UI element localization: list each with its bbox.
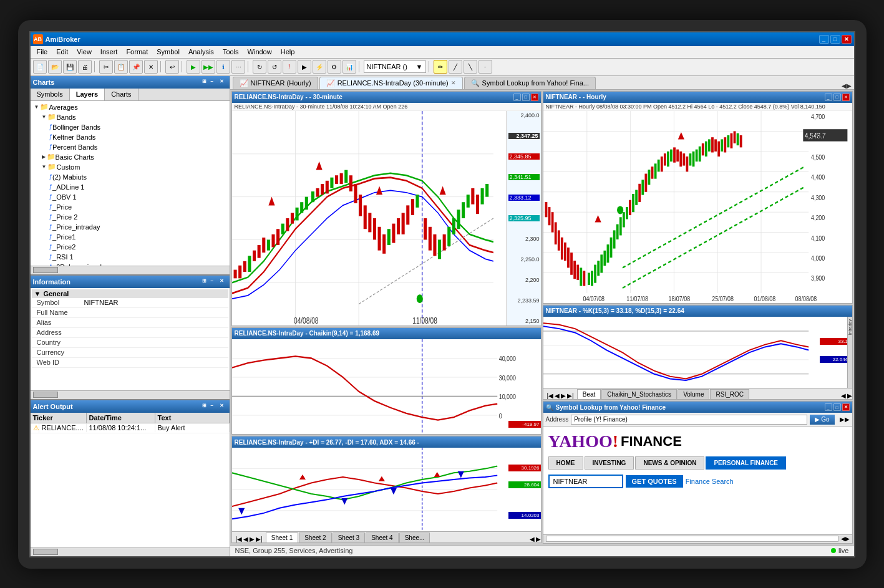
info-scrollbar[interactable] — [31, 390, 230, 399]
tree-bands[interactable]: ▼ 📁 Bands — [32, 112, 228, 122]
maximize-button[interactable]: □ — [830, 35, 840, 44]
tree-price-intraday[interactable]: ƒ _Price_intraday — [32, 222, 228, 232]
tb-save[interactable]: 💾 — [63, 60, 77, 74]
symbol-dropdown[interactable]: NIFTNEAR () ▼ — [364, 60, 426, 73]
tb-alert[interactable]: ! — [283, 60, 296, 74]
yahoo-search-input[interactable] — [548, 475, 623, 488]
reliance-chart-close[interactable]: ✕ — [531, 94, 538, 101]
menu-tools[interactable]: Tools — [219, 47, 243, 57]
tb-draw2[interactable]: ╱ — [449, 60, 462, 74]
menu-help[interactable]: Help — [277, 47, 299, 57]
tree-averages[interactable]: ▼ 📁 Averages — [32, 102, 228, 112]
tree-bollinger-bands[interactable]: ƒ Bollinger Bands — [32, 122, 228, 132]
niftnear-tab-volume[interactable]: Volume — [678, 389, 709, 399]
tab-layers[interactable]: Layers — [70, 89, 105, 100]
yahoo-scroll-h[interactable]: ◀▶ — [841, 536, 850, 542]
niftnear-tab-rsi[interactable]: RSI_ROC — [710, 389, 749, 399]
menu-window[interactable]: Window — [244, 47, 276, 57]
yahoo-close[interactable]: ✕ — [842, 403, 850, 411]
chart-nav-back[interactable]: ◀ — [842, 82, 847, 89]
niftnear-chart-close[interactable]: ✕ — [842, 94, 850, 101]
tree-price2b[interactable]: ƒ _Price2 — [32, 242, 228, 252]
tree-price1[interactable]: ƒ _Price1 — [32, 232, 228, 242]
tree-keltner-bands[interactable]: ƒ Keltner Bands — [32, 132, 228, 142]
tree-basic-charts[interactable]: ▶ 📁 Basic Charts — [32, 152, 228, 162]
yahoo-go-btn[interactable]: ▶ Go — [810, 415, 834, 425]
menu-edit[interactable]: Edit — [52, 47, 72, 57]
tb-cut[interactable]: ✂ — [99, 60, 113, 74]
tb-refresh1[interactable]: ↻ — [253, 60, 266, 74]
reliance-chart-max[interactable]: □ — [522, 94, 530, 101]
tb-delete[interactable]: ✕ — [144, 60, 158, 74]
tree-price[interactable]: ƒ _Price — [32, 202, 228, 212]
tb-print[interactable]: 🖨 — [78, 60, 92, 74]
tb-settings[interactable]: ⚙ — [328, 60, 341, 74]
menu-view[interactable]: View — [73, 47, 95, 57]
alert-scrollbar[interactable] — [31, 547, 230, 556]
alert-panel-close[interactable]: ✕ — [220, 403, 227, 410]
info-panel-icon-2[interactable]: − — [211, 278, 218, 286]
tb-more[interactable]: ⋯ — [231, 60, 245, 74]
reliance-chart-min[interactable]: _ — [513, 94, 521, 101]
menu-format[interactable]: Format — [122, 47, 152, 57]
tree-mabiuts[interactable]: ƒ (2) Mabiuts — [32, 172, 228, 182]
tb-open[interactable]: 📂 — [48, 60, 62, 74]
niftnear-chart-min[interactable]: _ — [825, 94, 832, 101]
tb-back[interactable]: ▶ — [187, 60, 200, 74]
bottom-tab-sheet1[interactable]: Sheet 1 — [266, 533, 298, 542]
chart-tab-reliance-close[interactable]: ✕ — [451, 80, 456, 86]
chart-nav-forward[interactable]: ▶ — [847, 82, 852, 89]
tb-forward[interactable]: ▶▶ — [202, 60, 215, 74]
charts-tree-scroll[interactable]: ▼ 📁 Averages ▼ 📁 Bands — [31, 101, 230, 266]
bottom-tab-sheet4[interactable]: Sheet 4 — [366, 533, 398, 542]
tree-percent-bands[interactable]: ƒ Percent Bands — [32, 142, 228, 152]
tree-adline[interactable]: ƒ _ADLine 1 — [32, 182, 228, 192]
menu-file[interactable]: File — [33, 47, 52, 57]
charts-panel-icon-2[interactable]: − — [211, 79, 218, 86]
niftnear-chart-max[interactable]: □ — [833, 94, 841, 101]
menu-insert[interactable]: Insert — [97, 47, 122, 57]
alert-panel-icon-2[interactable]: − — [211, 403, 218, 410]
niftnear-tab-beat[interactable]: Beat — [577, 389, 601, 399]
tb-draw1[interactable]: ✏ — [434, 60, 447, 74]
tb-draw3[interactable]: ╲ — [464, 60, 477, 74]
alert-panel-icon-1[interactable]: ⊞ — [202, 403, 210, 410]
tb-chart[interactable]: 📊 — [342, 60, 356, 74]
tb-undo[interactable]: ↩ — [165, 60, 179, 74]
charts-panel-icon-1[interactable]: ⊞ — [202, 79, 210, 86]
tree-rsi[interactable]: ƒ _RSI 1 — [32, 252, 228, 262]
tb-run2[interactable]: ⚡ — [313, 60, 326, 74]
tab-charts[interactable]: Charts — [105, 89, 138, 100]
yahoo-nav-news[interactable]: NEWS & OPINION — [635, 456, 704, 470]
niftnear-bottom-nav[interactable]: |◀◀▶▶| — [545, 392, 576, 399]
tab-symbols[interactable]: Symbols — [31, 89, 70, 100]
bottom-tab-sheet3[interactable]: Sheet 3 — [333, 533, 365, 542]
close-button[interactable]: ✕ — [842, 35, 852, 44]
yahoo-scroll-right[interactable]: ▶▶ — [840, 416, 850, 423]
yahoo-nav-investing[interactable]: INVESTING — [585, 456, 634, 470]
tb-copy[interactable]: 📋 — [114, 60, 128, 74]
chart-tab-reliance[interactable]: 📈 RELIANCE.NS-IntraDay (30-minute) ✕ — [319, 77, 463, 89]
bottom-tab-sheet5[interactable]: Shee... — [399, 533, 430, 542]
yahoo-nav-personal[interactable]: PERSONAL FINANCE — [706, 456, 786, 470]
tb-run[interactable]: ▶ — [298, 60, 311, 74]
bottom-tab-sheet2[interactable]: Sheet 2 — [299, 533, 331, 542]
chart-tab-niftnear[interactable]: 📈 NIFTNEAR (Hourly) — [233, 77, 318, 89]
bottom-tabs-nav[interactable]: |◀◀▶▶| — [233, 536, 265, 542]
yahoo-get-quotes-btn[interactable]: GET QUOTES — [626, 475, 683, 488]
tree-price2[interactable]: ƒ _Price 2 — [32, 212, 228, 222]
tb-new[interactable]: 📄 — [33, 60, 47, 74]
yahoo-nav-home[interactable]: HOME — [548, 456, 583, 470]
niftnear-tab-chaikin[interactable]: Chaikin_N_Stochastics — [601, 389, 677, 399]
minimize-button[interactable]: _ — [819, 35, 829, 44]
yahoo-min[interactable]: _ — [825, 403, 832, 411]
tb-paste[interactable]: 📌 — [129, 60, 143, 74]
tree-obv[interactable]: ƒ _OBV 1 — [32, 192, 228, 202]
charts-panel-close[interactable]: ✕ — [220, 79, 227, 86]
yahoo-max[interactable]: □ — [833, 403, 841, 411]
charts-scrollbar-h[interactable] — [31, 266, 230, 274]
menu-analysis[interactable]: Analysis — [185, 47, 218, 57]
menu-symbol[interactable]: Symbol — [153, 47, 183, 57]
tb-draw4[interactable]: ∙ — [478, 60, 492, 74]
info-panel-close[interactable]: ✕ — [220, 278, 227, 286]
